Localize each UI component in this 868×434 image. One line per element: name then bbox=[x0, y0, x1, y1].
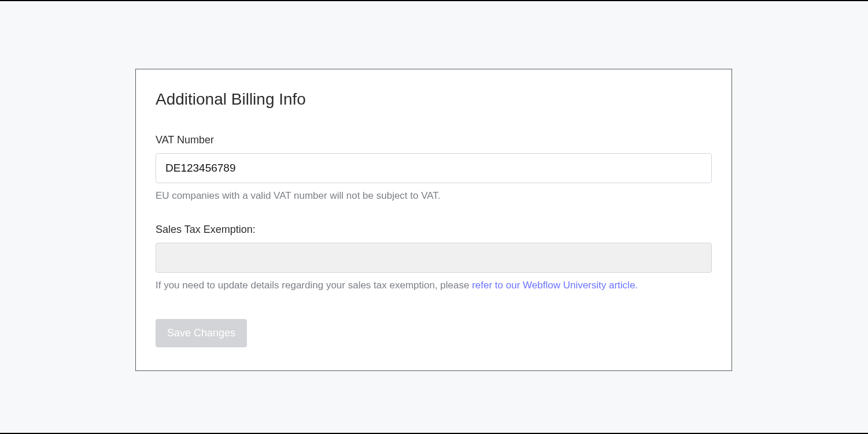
save-changes-button[interactable]: Save Changes bbox=[156, 319, 247, 347]
vat-field-group: VAT Number EU companies with a valid VAT… bbox=[156, 134, 712, 203]
billing-info-panel: Additional Billing Info VAT Number EU co… bbox=[135, 69, 732, 371]
sales-tax-field-group: Sales Tax Exemption: If you need to upda… bbox=[156, 224, 712, 292]
panel-title: Additional Billing Info bbox=[156, 90, 712, 109]
sales-tax-label: Sales Tax Exemption: bbox=[156, 224, 712, 236]
sales-tax-helper-text: If you need to update details regarding … bbox=[156, 279, 712, 292]
vat-label: VAT Number bbox=[156, 134, 712, 146]
sales-tax-helper-prefix: If you need to update details regarding … bbox=[156, 280, 472, 291]
vat-helper-text: EU companies with a valid VAT number wil… bbox=[156, 189, 712, 203]
sales-tax-input bbox=[156, 243, 712, 273]
vat-input[interactable] bbox=[156, 153, 712, 183]
webflow-university-link[interactable]: refer to our Webflow University article. bbox=[472, 280, 638, 291]
